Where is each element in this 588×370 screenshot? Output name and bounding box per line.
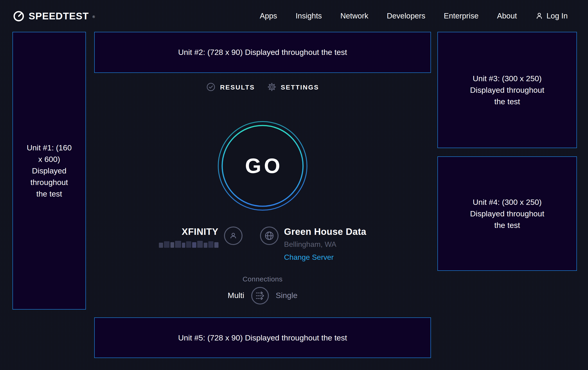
ad-unit-1-label: Unit #1: (160 x 600) Displayed throughou… bbox=[26, 142, 73, 200]
ad-unit-4-rectangle[interactable]: Unit #4: (300 x 250) Displayed throughou… bbox=[437, 156, 577, 271]
ad-unit-4-label: Unit #4: (300 x 250) Displayed throughou… bbox=[465, 196, 550, 231]
isp-ip-redacted bbox=[159, 241, 219, 248]
connections-section: Connections Multi Single bbox=[94, 275, 431, 304]
results-settings-tabs: RESULTS bbox=[94, 82, 431, 92]
login-label: Log In bbox=[546, 11, 568, 20]
connections-toggle-icon[interactable] bbox=[251, 287, 269, 304]
tab-settings-label: SETTINGS bbox=[281, 83, 319, 91]
ad-unit-3-label: Unit #3: (300 x 250) Displayed throughou… bbox=[465, 73, 550, 107]
isp-name: XFINITY bbox=[182, 227, 219, 237]
tab-settings[interactable]: SETTINGS bbox=[267, 82, 319, 92]
connection-info-row: XFINITY bbox=[94, 227, 431, 261]
isp-user-icon bbox=[224, 227, 242, 245]
speedtest-page: SPEEDTEST ® Apps Insights Network Develo… bbox=[0, 0, 588, 370]
gear-icon bbox=[267, 82, 277, 92]
nav-item-enterprise[interactable]: Enterprise bbox=[444, 11, 479, 20]
nav-item-network[interactable]: Network bbox=[340, 11, 368, 20]
nav-item-developers[interactable]: Developers bbox=[387, 11, 425, 20]
ad-unit-5-label: Unit #5: (728 x 90) Displayed throughout… bbox=[178, 332, 347, 343]
go-button[interactable]: GO bbox=[218, 121, 308, 211]
change-server-link[interactable]: Change Server bbox=[284, 253, 366, 261]
ad-unit-3-rectangle[interactable]: Unit #3: (300 x 250) Displayed throughou… bbox=[437, 32, 577, 148]
main-nav: Apps Insights Network Developers Enterpr… bbox=[260, 11, 568, 20]
speedometer-logo-icon bbox=[12, 10, 25, 22]
nav-item-apps[interactable]: Apps bbox=[260, 11, 277, 20]
login-link[interactable]: Log In bbox=[535, 11, 568, 20]
ad-unit-2-leaderboard[interactable]: Unit #2: (728 x 90) Displayed throughout… bbox=[94, 32, 431, 73]
speedtest-logo[interactable]: SPEEDTEST ® bbox=[12, 10, 95, 22]
check-circle-icon bbox=[206, 82, 216, 92]
globe-icon bbox=[260, 227, 279, 245]
logo-wordmark: SPEEDTEST bbox=[29, 10, 89, 21]
connections-multi-option[interactable]: Multi bbox=[228, 291, 244, 300]
server-group: Green House Data Bellingham, WA Change S… bbox=[260, 227, 366, 261]
tab-results[interactable]: RESULTS bbox=[206, 82, 255, 92]
go-button-label: GO bbox=[218, 121, 308, 211]
tab-results-label: RESULTS bbox=[220, 83, 255, 91]
server-location: Bellingham, WA bbox=[284, 240, 366, 249]
server-name: Green House Data bbox=[284, 227, 366, 237]
top-nav-bar: SPEEDTEST ® Apps Insights Network Develo… bbox=[0, 0, 588, 32]
nav-item-about[interactable]: About bbox=[497, 11, 517, 20]
provider-group: XFINITY bbox=[159, 227, 242, 248]
ad-unit-5-leaderboard[interactable]: Unit #5: (728 x 90) Displayed throughout… bbox=[94, 317, 431, 358]
connections-single-option[interactable]: Single bbox=[276, 291, 298, 300]
user-icon bbox=[535, 12, 543, 20]
nav-item-insights[interactable]: Insights bbox=[296, 11, 322, 20]
trademark-symbol: ® bbox=[93, 15, 95, 19]
ad-unit-2-label: Unit #2: (728 x 90) Displayed throughout… bbox=[178, 47, 347, 58]
ad-unit-1-skyscraper[interactable]: Unit #1: (160 x 600) Displayed throughou… bbox=[12, 32, 86, 310]
connections-label: Connections bbox=[242, 275, 283, 283]
